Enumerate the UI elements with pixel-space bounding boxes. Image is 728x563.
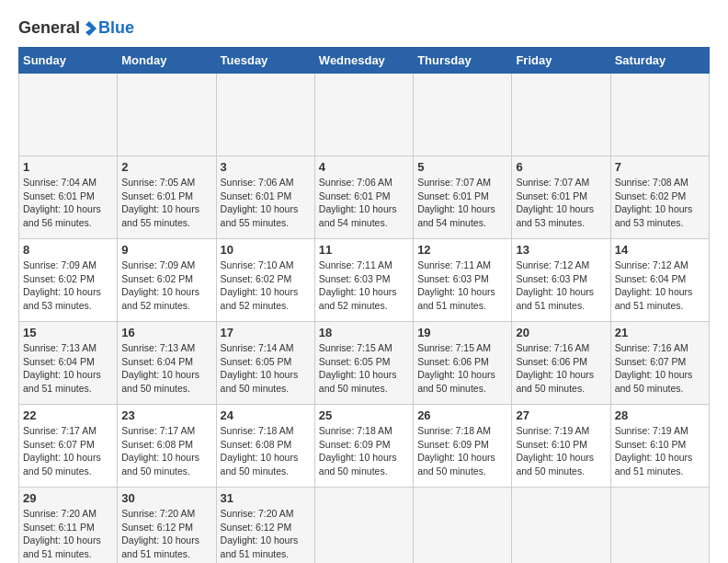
day-info: Sunrise: 7:11 AMSunset: 6:03 PMDaylight:… bbox=[417, 259, 507, 313]
calendar-cell: 13Sunrise: 7:12 AMSunset: 6:03 PMDayligh… bbox=[512, 239, 610, 322]
day-number: 19 bbox=[417, 326, 507, 339]
day-number: 9 bbox=[121, 243, 211, 257]
day-number: 26 bbox=[417, 408, 507, 422]
day-info: Sunrise: 7:13 AMSunset: 6:04 PMDaylight:… bbox=[23, 341, 113, 396]
calendar-cell bbox=[314, 488, 413, 564]
day-number: 8 bbox=[23, 243, 113, 257]
day-number: 30 bbox=[121, 491, 211, 505]
logo-blue: Blue bbox=[98, 18, 134, 38]
calendar-table: SundayMondayTuesdayWednesdayThursdayFrid… bbox=[18, 47, 710, 563]
day-number: 2 bbox=[121, 160, 211, 174]
day-info: Sunrise: 7:09 AMSunset: 6:02 PMDaylight:… bbox=[121, 259, 211, 313]
calendar-cell: 19Sunrise: 7:15 AMSunset: 6:06 PMDayligh… bbox=[414, 322, 512, 405]
day-info: Sunrise: 7:17 AMSunset: 6:08 PMDaylight:… bbox=[121, 424, 211, 478]
day-info: Sunrise: 7:19 AMSunset: 6:10 PMDaylight:… bbox=[615, 424, 705, 478]
col-header-sunday: Sunday bbox=[19, 48, 118, 74]
day-info: Sunrise: 7:12 AMSunset: 6:04 PMDaylight:… bbox=[615, 259, 705, 313]
calendar-cell: 22Sunrise: 7:17 AMSunset: 6:07 PMDayligh… bbox=[19, 405, 118, 488]
day-number: 18 bbox=[319, 326, 409, 339]
day-info: Sunrise: 7:20 AMSunset: 6:12 PMDaylight:… bbox=[121, 507, 211, 561]
calendar-cell: 7Sunrise: 7:08 AMSunset: 6:02 PMDaylight… bbox=[610, 156, 709, 239]
day-info: Sunrise: 7:14 AMSunset: 6:05 PMDaylight:… bbox=[221, 341, 311, 396]
day-info: Sunrise: 7:18 AMSunset: 6:09 PMDaylight:… bbox=[417, 424, 507, 478]
day-info: Sunrise: 7:06 AMSunset: 6:01 PMDaylight:… bbox=[319, 176, 409, 230]
calendar-cell bbox=[512, 488, 610, 564]
day-number: 25 bbox=[319, 408, 409, 422]
day-info: Sunrise: 7:17 AMSunset: 6:07 PMDaylight:… bbox=[23, 424, 113, 478]
calendar-cell: 14Sunrise: 7:12 AMSunset: 6:04 PMDayligh… bbox=[610, 239, 709, 322]
col-header-wednesday: Wednesday bbox=[314, 48, 413, 74]
day-info: Sunrise: 7:16 AMSunset: 6:06 PMDaylight:… bbox=[516, 341, 606, 396]
day-number: 27 bbox=[516, 408, 606, 422]
day-number: 11 bbox=[319, 243, 409, 257]
day-info: Sunrise: 7:11 AMSunset: 6:03 PMDaylight:… bbox=[319, 259, 409, 313]
calendar-week-row: 8Sunrise: 7:09 AMSunset: 6:02 PMDaylight… bbox=[19, 239, 710, 322]
calendar-cell: 9Sunrise: 7:09 AMSunset: 6:02 PMDaylight… bbox=[118, 239, 216, 322]
calendar-cell: 12Sunrise: 7:11 AMSunset: 6:03 PMDayligh… bbox=[414, 239, 512, 322]
calendar-cell: 1Sunrise: 7:04 AMSunset: 6:01 PMDaylight… bbox=[19, 156, 118, 239]
calendar-cell: 2Sunrise: 7:05 AMSunset: 6:01 PMDaylight… bbox=[118, 156, 216, 239]
calendar-cell: 27Sunrise: 7:19 AMSunset: 6:10 PMDayligh… bbox=[512, 405, 610, 488]
col-header-thursday: Thursday bbox=[414, 48, 512, 74]
day-info: Sunrise: 7:06 AMSunset: 6:01 PMDaylight:… bbox=[221, 176, 311, 230]
day-number: 6 bbox=[516, 160, 606, 174]
day-info: Sunrise: 7:07 AMSunset: 6:01 PMDaylight:… bbox=[417, 176, 507, 230]
logo-general: General bbox=[18, 18, 80, 38]
calendar-cell: 20Sunrise: 7:16 AMSunset: 6:06 PMDayligh… bbox=[512, 322, 610, 405]
day-number: 29 bbox=[23, 491, 113, 505]
calendar-cell: 17Sunrise: 7:14 AMSunset: 6:05 PMDayligh… bbox=[216, 322, 314, 405]
day-info: Sunrise: 7:18 AMSunset: 6:09 PMDaylight:… bbox=[319, 424, 409, 478]
day-number: 10 bbox=[221, 243, 311, 257]
calendar-cell: 23Sunrise: 7:17 AMSunset: 6:08 PMDayligh… bbox=[118, 405, 216, 488]
calendar-cell: 16Sunrise: 7:13 AMSunset: 6:04 PMDayligh… bbox=[118, 322, 216, 405]
svg-marker-0 bbox=[85, 21, 97, 36]
day-number: 17 bbox=[221, 326, 311, 339]
day-number: 3 bbox=[221, 160, 311, 174]
calendar-cell: 24Sunrise: 7:18 AMSunset: 6:08 PMDayligh… bbox=[216, 405, 314, 488]
day-number: 16 bbox=[121, 326, 211, 339]
calendar-cell: 15Sunrise: 7:13 AMSunset: 6:04 PMDayligh… bbox=[19, 322, 118, 405]
calendar-cell: 21Sunrise: 7:16 AMSunset: 6:07 PMDayligh… bbox=[610, 322, 709, 405]
day-info: Sunrise: 7:07 AMSunset: 6:01 PMDaylight:… bbox=[516, 176, 606, 230]
day-info: Sunrise: 7:12 AMSunset: 6:03 PMDaylight:… bbox=[516, 259, 606, 313]
calendar-week-row: 1Sunrise: 7:04 AMSunset: 6:01 PMDaylight… bbox=[19, 156, 710, 239]
day-number: 21 bbox=[615, 326, 705, 339]
calendar-cell: 5Sunrise: 7:07 AMSunset: 6:01 PMDaylight… bbox=[414, 156, 512, 239]
day-number: 13 bbox=[516, 243, 606, 257]
calendar-cell bbox=[414, 74, 512, 156]
calendar-cell: 8Sunrise: 7:09 AMSunset: 6:02 PMDaylight… bbox=[19, 239, 118, 322]
calendar-cell: 10Sunrise: 7:10 AMSunset: 6:02 PMDayligh… bbox=[216, 239, 314, 322]
col-header-tuesday: Tuesday bbox=[216, 48, 314, 74]
day-number: 31 bbox=[221, 491, 311, 505]
day-info: Sunrise: 7:15 AMSunset: 6:06 PMDaylight:… bbox=[417, 341, 507, 396]
day-info: Sunrise: 7:10 AMSunset: 6:02 PMDaylight:… bbox=[221, 259, 311, 313]
day-number: 24 bbox=[221, 408, 311, 422]
calendar-cell: 3Sunrise: 7:06 AMSunset: 6:01 PMDaylight… bbox=[216, 156, 314, 239]
day-info: Sunrise: 7:08 AMSunset: 6:02 PMDaylight:… bbox=[615, 176, 705, 230]
calendar-cell: 11Sunrise: 7:11 AMSunset: 6:03 PMDayligh… bbox=[314, 239, 413, 322]
calendar-cell: 18Sunrise: 7:15 AMSunset: 6:05 PMDayligh… bbox=[314, 322, 413, 405]
calendar-cell bbox=[610, 488, 709, 564]
col-header-friday: Friday bbox=[512, 48, 610, 74]
calendar-cell bbox=[314, 74, 413, 156]
day-info: Sunrise: 7:19 AMSunset: 6:10 PMDaylight:… bbox=[516, 424, 606, 478]
day-number: 7 bbox=[615, 160, 705, 174]
calendar-cell bbox=[414, 488, 512, 564]
day-number: 14 bbox=[615, 243, 705, 257]
day-info: Sunrise: 7:09 AMSunset: 6:02 PMDaylight:… bbox=[23, 259, 113, 313]
col-header-saturday: Saturday bbox=[610, 48, 709, 74]
day-number: 5 bbox=[417, 160, 507, 174]
day-info: Sunrise: 7:20 AMSunset: 6:12 PMDaylight:… bbox=[221, 507, 311, 561]
day-number: 4 bbox=[319, 160, 409, 174]
calendar-cell: 25Sunrise: 7:18 AMSunset: 6:09 PMDayligh… bbox=[314, 405, 413, 488]
day-info: Sunrise: 7:18 AMSunset: 6:08 PMDaylight:… bbox=[221, 424, 311, 478]
day-number: 20 bbox=[516, 326, 606, 339]
calendar-week-row: 22Sunrise: 7:17 AMSunset: 6:07 PMDayligh… bbox=[19, 405, 710, 488]
logo: General Blue bbox=[18, 18, 134, 38]
calendar-cell bbox=[610, 74, 709, 156]
col-header-monday: Monday bbox=[118, 48, 216, 74]
logo-icon bbox=[81, 20, 97, 37]
page-header: General Blue bbox=[18, 18, 710, 38]
calendar-week-row bbox=[19, 74, 710, 156]
calendar-cell bbox=[512, 74, 610, 156]
